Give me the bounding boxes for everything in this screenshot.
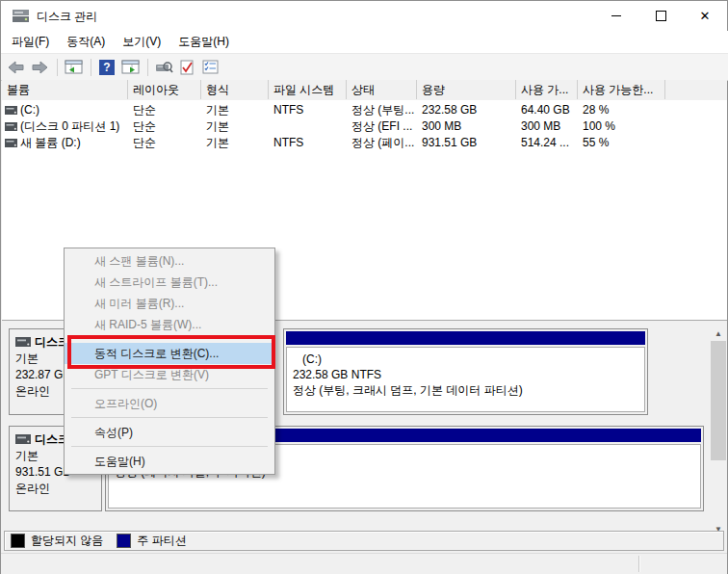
console-tree-icon (65, 60, 83, 74)
cell-free: 64.40 GB (516, 102, 578, 118)
cell-free-pct: 100 % (578, 118, 665, 135)
table-row[interactable]: (디스크 0 파티션 1) 단순 기본 정상 (EFI ... 300 MB 3… (2, 118, 727, 135)
cell-capacity: 232.58 GB (417, 102, 516, 118)
forward-icon (31, 61, 48, 74)
close-button[interactable]: ✕ (683, 1, 727, 31)
toolbar-separator (57, 59, 58, 76)
volume-icon (5, 139, 17, 147)
status-bar (1, 553, 727, 574)
column-header-layout[interactable]: 레이아웃 (128, 80, 201, 99)
close-icon: ✕ (700, 10, 711, 22)
column-header-free[interactable]: 사용 가... (516, 80, 578, 99)
status-bar-divider (638, 556, 639, 572)
scroll-up-arrow[interactable]: ▲ (711, 326, 726, 341)
disk-icon (15, 337, 31, 347)
back-icon (8, 61, 25, 74)
vertical-scrollbar[interactable]: ▲ ▼ (711, 326, 726, 536)
disk-management-window: 디스크 관리 ✕ 파일(F) 동작(A) 보기(V) 도움말(H) (0, 0, 728, 574)
red-annotation-box (67, 335, 275, 369)
menu-help[interactable]: 도움말(H) (169, 31, 238, 53)
window-title: 디스크 관리 (37, 9, 97, 25)
column-header-free-pct[interactable]: 사용 가능한... (578, 80, 665, 99)
cell-capacity: 931.51 GB (417, 135, 516, 151)
cell-status: 정상 (EFI ... (347, 118, 417, 135)
maximize-icon (656, 11, 666, 21)
partition-status: 정상 (부팅, 크래시 덤프, 기본 데이터 파티션) (293, 382, 638, 398)
minimize-icon (611, 15, 621, 16)
volume-name: (C:) (20, 102, 39, 118)
partition-size: 232.58 GB NTFS (293, 367, 638, 382)
volume-table-header: 볼륨 레이아웃 형식 파일 시스템 상태 용량 사용 가... 사용 가능한..… (2, 80, 727, 101)
menu-item-new-striped-volume[interactable]: 새 스트라이프 볼륨(T)... (65, 272, 274, 293)
cell-type: 기본 (201, 118, 269, 135)
cell-type: 기본 (201, 135, 269, 151)
menu-separator (71, 446, 268, 447)
menu-action[interactable]: 동작(A) (58, 31, 114, 53)
cell-free-pct: 55 % (578, 135, 665, 151)
scrollbar-thumb[interactable] (711, 341, 726, 460)
help-icon: ? (99, 60, 115, 75)
cell-status: 정상 (부팅... (347, 102, 417, 118)
column-header-volume[interactable]: 볼륨 (2, 80, 128, 99)
column-header-filler (665, 80, 727, 99)
menu-separator (71, 417, 268, 418)
minimize-button[interactable] (594, 1, 638, 31)
menu-view[interactable]: 보기(V) (114, 31, 169, 53)
column-header-capacity[interactable]: 용량 (417, 80, 516, 99)
disk-icon (15, 434, 31, 444)
column-header-status[interactable]: 상태 (347, 80, 417, 99)
legend-swatch-primary (117, 534, 131, 548)
check-document-icon (180, 60, 195, 75)
cell-filesystem (269, 118, 347, 135)
legend-label-primary: 주 파티션 (137, 533, 186, 549)
cell-capacity: 300 MB (417, 118, 516, 135)
menu-item-properties[interactable]: 속성(P) (65, 422, 274, 443)
disk-management-app-icon (13, 10, 29, 22)
volume-name: (디스크 0 파티션 1) (20, 118, 119, 135)
table-row[interactable]: (C:) 단순 기본 NTFS 정상 (부팅... 232.58 GB 64.4… (2, 102, 727, 118)
maximize-button[interactable] (638, 1, 683, 31)
menu-item-help[interactable]: 도움말(H) (65, 451, 274, 472)
partition-label: (C:) (293, 352, 638, 367)
title-bar: 디스크 관리 ✕ (1, 1, 727, 31)
partition-header-bar (286, 331, 645, 345)
menu-item-new-spanned-volume[interactable]: 새 스팬 볼륨(N)... (65, 250, 274, 272)
action-pane-icon (121, 60, 140, 74)
toolbar-forward-button[interactable] (29, 57, 50, 78)
legend-label-unallocated: 할당되지 않음 (31, 533, 103, 549)
column-header-type[interactable]: 형식 (201, 80, 269, 99)
cell-free-pct: 28 % (578, 102, 665, 118)
toolbar-separator (91, 59, 91, 76)
cell-free: 514.24 ... (516, 135, 578, 151)
toolbar-action-pane-button[interactable] (119, 57, 141, 78)
menu-file[interactable]: 파일(F) (3, 31, 58, 53)
volume-name: 새 볼륨 (D:) (20, 135, 81, 151)
rescan-disks-icon (155, 61, 173, 74)
cell-layout: 단순 (128, 118, 201, 135)
toolbar-help-button[interactable]: ? (96, 57, 117, 78)
disk1-status: 온라인 (15, 481, 95, 497)
table-row[interactable]: 새 볼륨 (D:) 단순 기본 NTFS 정상 (페이... 931.51 GB… (2, 135, 727, 151)
menu-item-new-raid5-volume[interactable]: 새 RAID-5 볼륨(W)... (65, 314, 274, 335)
toolbar-checklist-button[interactable] (199, 57, 221, 78)
menu-item-offline[interactable]: 오프라인(O) (65, 393, 274, 414)
checklist-icon (202, 60, 219, 74)
cell-free: 300 MB (516, 118, 578, 135)
volume-icon (5, 122, 17, 131)
cell-type: 기본 (201, 102, 269, 118)
toolbar-separator (147, 59, 148, 76)
volume-icon (5, 106, 17, 115)
cell-status: 정상 (페이... (347, 135, 417, 151)
disk0-c-partition-panel[interactable]: (C:) 232.58 GB NTFS 정상 (부팅, 크래시 덤프, 기본 데… (283, 328, 648, 415)
toolbar-back-button[interactable] (6, 57, 27, 78)
cell-layout: 단순 (128, 135, 201, 151)
legend-bar: 할당되지 않음 주 파티션 (4, 531, 724, 551)
menu-item-new-mirrored-volume[interactable]: 새 미러 볼륨(R)... (65, 293, 274, 314)
legend-swatch-unallocated (11, 534, 25, 548)
toolbar-check-document-button[interactable] (176, 57, 197, 78)
cell-filesystem: NTFS (269, 135, 347, 151)
toolbar-rescan-button[interactable] (153, 57, 174, 78)
toolbar-console-tree-button[interactable] (63, 57, 84, 78)
column-header-filesystem[interactable]: 파일 시스템 (269, 80, 347, 99)
cell-filesystem: NTFS (269, 102, 347, 118)
